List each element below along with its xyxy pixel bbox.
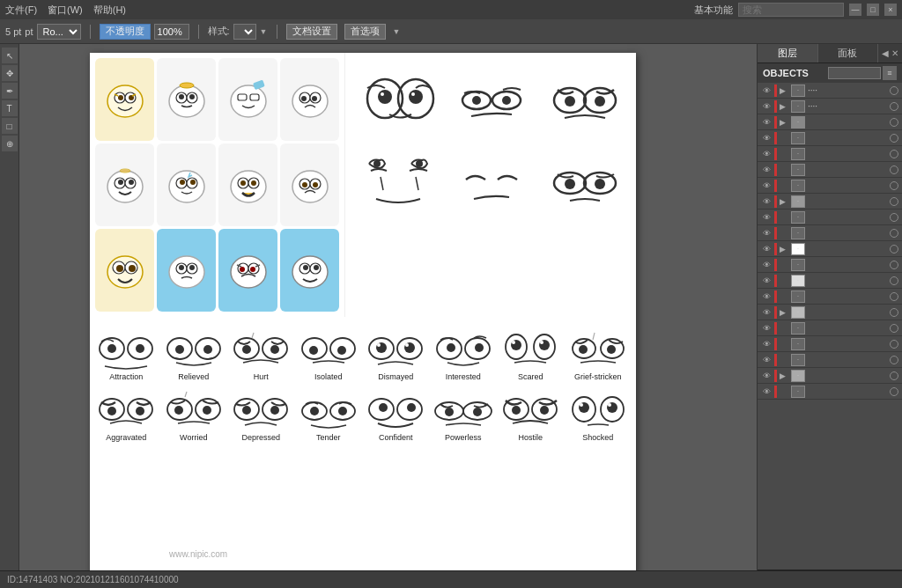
layer-eye-icon[interactable]: 👁 — [761, 180, 772, 191]
layer-bar — [774, 164, 777, 176]
layer-expand-icon[interactable]: ▶ — [780, 308, 788, 317]
doc-settings-button[interactable]: 文档设置 — [286, 24, 337, 40]
layer-eye-icon[interactable]: 👁 — [761, 196, 772, 207]
layer-eye-icon[interactable]: 👁 — [761, 386, 772, 397]
layer-row-1[interactable]: 👁 ▶ · ···· — [758, 83, 902, 99]
svg-point-18 — [301, 96, 307, 101]
layer-eye-icon[interactable]: 👁 — [761, 212, 772, 223]
layer-eye-icon[interactable]: 👁 — [761, 291, 772, 302]
svg-point-10 — [180, 83, 194, 88]
layer-thumb: · — [791, 338, 805, 350]
size-unit: pt — [25, 26, 33, 37]
svg-point-76 — [416, 160, 423, 167]
layer-eye-icon[interactable]: 👁 — [761, 133, 772, 143]
zoom-tool[interactable]: ⊕ — [2, 136, 18, 151]
layer-eye-icon[interactable]: 👁 — [761, 165, 772, 175]
layer-row-18[interactable]: 👁 · — [758, 352, 902, 368]
font-select[interactable]: Ro... — [37, 24, 81, 40]
text-tool[interactable]: T — [2, 100, 18, 116]
layer-row-15[interactable]: 👁 ▶ · — [758, 305, 902, 320]
layer-row-10[interactable]: 👁 · — [758, 225, 902, 241]
menu-help[interactable]: 帮助(H) — [93, 4, 126, 17]
layer-row-9[interactable]: 👁 · — [758, 209, 902, 225]
svg-point-128 — [270, 406, 279, 415]
layer-row-14[interactable]: 👁 · — [758, 289, 902, 305]
layer-circle — [890, 197, 898, 206]
layer-row-17[interactable]: 👁 · — [758, 336, 902, 352]
layer-row-2[interactable]: 👁 ▶ · ···· — [758, 99, 902, 114]
menu-window[interactable]: 窗口(W) — [48, 4, 83, 17]
layer-row-7[interactable]: 👁 · — [758, 178, 902, 194]
panel-menu-btn[interactable]: ≡ — [883, 66, 897, 80]
layer-thumb: · — [791, 164, 805, 176]
layer-row-11[interactable]: 👁 ▶ · — [758, 241, 902, 257]
opacity-input[interactable] — [154, 24, 189, 40]
layer-eye-icon[interactable]: 👁 — [761, 355, 772, 365]
minimize-button[interactable]: — — [849, 4, 861, 16]
layer-eye-icon[interactable]: 👁 — [761, 339, 772, 349]
layer-thumb: · — [791, 322, 805, 334]
close-button[interactable]: × — [884, 4, 897, 16]
face-confident: Confident — [363, 385, 429, 442]
layer-expand-icon[interactable]: ▶ — [780, 118, 788, 127]
layer-row-19[interactable]: 👁 ▶ · — [758, 368, 902, 384]
layer-eye-icon[interactable]: 👁 — [761, 228, 772, 239]
layer-bar — [774, 306, 777, 319]
layer-eye-icon[interactable]: 👁 — [761, 149, 772, 159]
layer-eye-icon[interactable]: 👁 — [761, 260, 772, 270]
svg-point-31 — [231, 171, 266, 202]
pen-tool[interactable]: ✒ — [2, 83, 18, 99]
layer-row-3[interactable]: 👁 ▶ · — [758, 114, 902, 130]
tab-panel[interactable]: 面板 — [818, 44, 879, 62]
outline-face-3 — [541, 60, 629, 137]
face-shocked-label: Shocked — [582, 433, 613, 442]
layer-eye-icon[interactable]: 👁 — [761, 276, 772, 286]
layer-expand-icon[interactable]: ▶ — [780, 371, 788, 380]
layer-row-4[interactable]: 👁 · — [758, 130, 902, 146]
sticker-cell-7 — [218, 143, 277, 226]
layer-eye-icon[interactable]: 👁 — [761, 85, 772, 96]
face-interested: Interested — [431, 324, 497, 381]
labeled-faces-section: Attraction Relieved Hurt Isolated — [90, 319, 634, 447]
opacity-button[interactable]: 不透明度 — [100, 24, 151, 40]
menu-file[interactable]: 文件(F) — [5, 4, 37, 17]
layer-expand-icon[interactable]: ▶ — [780, 86, 788, 95]
tab-layers[interactable]: 图层 — [758, 44, 818, 62]
layer-row-5[interactable]: 👁 · — [758, 146, 902, 162]
panel-close[interactable]: ✕ — [891, 48, 898, 58]
toolbar-opacity: 不透明度 — [100, 24, 189, 40]
panel-search[interactable] — [828, 67, 881, 79]
layer-row-13[interactable]: 👁 · — [758, 273, 902, 289]
layer-row-16[interactable]: 👁 · — [758, 320, 902, 336]
layer-thumb: · — [791, 306, 805, 319]
layer-expand-icon[interactable]: ▶ — [780, 245, 788, 254]
canvas-document: Attraction Relieved Hurt Isolated — [90, 53, 636, 581]
layer-row-12[interactable]: 👁 · — [758, 257, 902, 273]
layer-expand-icon[interactable]: ▶ — [780, 197, 788, 206]
panel-arrow-left[interactable]: ◀ — [882, 48, 889, 58]
layers-list[interactable]: 👁 ▶ · ···· 👁 ▶ · ···· 👁 ▶ · — [758, 83, 902, 570]
select-tool[interactable]: ↖ — [2, 48, 18, 63]
svg-point-11 — [231, 85, 266, 117]
style-select[interactable] — [233, 24, 256, 40]
svg-point-26 — [169, 171, 204, 202]
layer-thumb: · — [791, 100, 805, 113]
layer-eye-icon[interactable]: 👁 — [761, 323, 772, 334]
layer-row-8[interactable]: 👁 ▶ · — [758, 194, 902, 209]
layer-expand-icon[interactable]: ▶ — [780, 102, 788, 111]
svg-point-39 — [302, 182, 307, 187]
preferences-button[interactable]: 首选项 — [344, 24, 386, 40]
layer-circle — [890, 371, 898, 380]
layer-eye-icon[interactable]: 👁 — [761, 117, 772, 128]
shape-tool[interactable]: □ — [2, 118, 18, 134]
layer-eye-icon[interactable]: 👁 — [761, 371, 772, 381]
search-input[interactable] — [738, 3, 844, 17]
layer-eye-icon[interactable]: 👁 — [761, 244, 772, 254]
layer-eye-icon[interactable]: 👁 — [761, 307, 772, 318]
layer-row-6[interactable]: 👁 · — [758, 162, 902, 178]
maximize-button[interactable]: □ — [867, 4, 879, 16]
layer-row-20[interactable]: 👁 · — [758, 384, 902, 400]
layer-eye-icon[interactable]: 👁 — [761, 101, 772, 112]
face-interested-label: Interested — [446, 372, 481, 381]
move-tool[interactable]: ✥ — [2, 65, 18, 81]
